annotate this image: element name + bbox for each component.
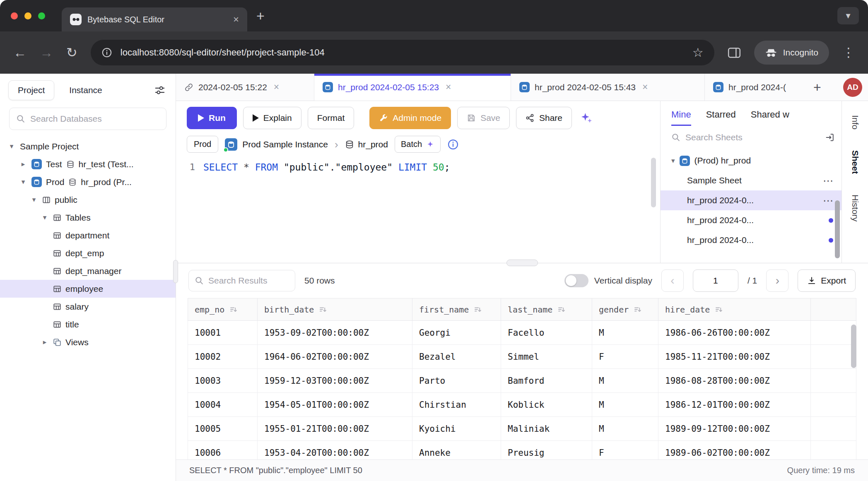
tab-instance[interactable]: Instance — [60, 81, 111, 100]
panel-resize-handle[interactable] — [506, 260, 538, 266]
browser-tab[interactable]: Bytebase SQL Editor × — [62, 7, 247, 31]
column-header-last-name[interactable]: last_name — [501, 298, 592, 321]
editor-tab-2-active[interactable]: hr_prod 2024-02-05 15:23 × — [314, 74, 511, 101]
chevron-right-icon[interactable]: ▸ — [19, 160, 27, 168]
cell[interactable]: Kyoichi — [412, 417, 501, 441]
cell[interactable]: 1986-12-01T00:00:00Z — [658, 393, 811, 417]
page-input[interactable] — [693, 269, 738, 292]
close-tab-icon[interactable]: × — [446, 82, 451, 92]
cell[interactable]: F — [592, 441, 658, 460]
table-scrollbar[interactable] — [851, 325, 856, 368]
cell[interactable]: Facello — [501, 321, 592, 345]
tree-item-env-prod[interactable]: ▾ Prod hr_prod (Pr... — [0, 173, 176, 191]
tree-item-schema-public[interactable]: ▾ public — [0, 191, 176, 209]
cell[interactable]: M — [592, 393, 658, 417]
column-header-gender[interactable]: gender — [592, 298, 658, 321]
new-tab-button[interactable]: + — [256, 9, 265, 23]
cell[interactable]: Bamford — [501, 369, 592, 393]
tab-search-chevron-icon[interactable]: ▾ — [837, 7, 859, 24]
cell[interactable]: F — [592, 345, 658, 369]
cell[interactable]: 1986-08-28T00:00:00Z — [658, 369, 811, 393]
new-sheet-tab-button[interactable]: + — [813, 81, 821, 94]
cell[interactable]: Preusig — [501, 441, 592, 460]
tab-starred[interactable]: Starred — [706, 109, 736, 126]
sheet-search[interactable] — [661, 126, 841, 146]
prev-page-button[interactable]: ‹ — [661, 269, 684, 292]
share-button[interactable]: Share — [516, 107, 572, 129]
sheet-list-scrollbar[interactable] — [835, 200, 840, 258]
tree-item-table-salary[interactable]: salary — [0, 298, 176, 315]
results-search[interactable] — [188, 270, 295, 291]
editor-scrollbar[interactable] — [651, 158, 656, 207]
reload-button[interactable]: ↻ — [66, 46, 77, 59]
batch-button[interactable]: Batch — [395, 136, 441, 153]
site-info-icon[interactable] — [101, 47, 112, 58]
tree-item-table-dept-manager[interactable]: dept_manager — [0, 262, 176, 280]
cell[interactable]: 1955-01-21T00:00:00Z — [258, 417, 412, 441]
cell[interactable]: 10004 — [188, 393, 258, 417]
cell[interactable]: 1953-09-02T00:00:00Z — [258, 321, 412, 345]
tree-item-views-group[interactable]: ▸ Views — [0, 333, 176, 351]
cell[interactable]: 1953-04-20T00:00:00Z — [258, 441, 412, 460]
chevron-down-icon[interactable]: ▾ — [7, 142, 16, 151]
sheet-group-row[interactable]: ▾ (Prod) hr_prod — [661, 151, 841, 171]
ai-sparkles-icon[interactable] — [578, 111, 595, 125]
back-button[interactable]: ← — [13, 46, 27, 59]
database-selector[interactable]: hr_prod — [345, 139, 388, 149]
cell[interactable]: Chirstian — [412, 393, 501, 417]
close-window-button[interactable] — [11, 12, 18, 19]
cell[interactable]: 10005 — [188, 417, 258, 441]
tab-mine[interactable]: Mine — [671, 109, 691, 126]
editor-tab-3[interactable]: hr_prod 2024-02-05 15:43 × — [511, 74, 705, 101]
sheet-actions-icon[interactable]: ⋯ — [823, 195, 833, 206]
tree-item-tables-group[interactable]: ▾ Tables — [0, 209, 176, 226]
filter-sliders-icon[interactable] — [154, 84, 166, 96]
column-header-hire-date[interactable]: hire_date — [658, 298, 811, 321]
bookmark-star-icon[interactable]: ☆ — [692, 46, 704, 59]
admin-mode-button[interactable]: Admin mode — [369, 107, 451, 129]
editor-tab-4[interactable]: hr_prod 2024-( — [705, 74, 808, 101]
cell[interactable]: 1985-11-21T00:00:00Z — [658, 345, 811, 369]
chevron-down-icon[interactable]: ▾ — [19, 178, 27, 186]
save-button[interactable]: Save — [457, 107, 510, 129]
chevron-down-icon[interactable]: ▾ — [30, 195, 38, 204]
column-header-emp-no[interactable]: emp_no — [188, 298, 258, 321]
connection-info-icon[interactable] — [447, 139, 459, 150]
maximize-window-button[interactable] — [38, 12, 45, 19]
tab-info[interactable]: Info — [850, 115, 860, 130]
cell[interactable]: Maliniak — [501, 417, 592, 441]
export-button[interactable]: Export — [798, 269, 856, 292]
cell[interactable]: Anneke — [412, 441, 501, 460]
sheet-item[interactable]: hr_prod 2024-0... — [661, 230, 841, 250]
cell[interactable]: M — [592, 321, 658, 345]
sidebar-resize-handle[interactable] — [173, 260, 178, 283]
tree-item-table-department[interactable]: department — [0, 226, 176, 244]
forward-button[interactable]: → — [40, 46, 53, 59]
import-sheet-icon[interactable] — [825, 132, 835, 142]
sheet-item[interactable]: Sample Sheet ⋯ — [661, 171, 841, 190]
cell[interactable]: 1989-06-02T00:00:00Z — [658, 441, 811, 460]
column-header-birth-date[interactable]: birth_date — [258, 298, 412, 321]
close-tab-icon[interactable]: × — [642, 82, 648, 92]
cell[interactable]: 1989-09-12T00:00:00Z — [658, 417, 811, 441]
close-tab-icon[interactable]: × — [274, 82, 279, 92]
tab-sheet[interactable]: Sheet — [850, 150, 860, 174]
cell[interactable]: 1959-12-03T00:00:00Z — [258, 369, 412, 393]
user-avatar[interactable]: AD — [843, 78, 862, 97]
cell[interactable]: 10006 — [188, 441, 258, 460]
minimize-window-button[interactable] — [24, 12, 31, 19]
cell[interactable]: 1964-06-02T00:00:00Z — [258, 345, 412, 369]
cell[interactable]: Georgi — [412, 321, 501, 345]
cell[interactable]: Simmel — [501, 345, 592, 369]
explain-button[interactable]: Explain — [243, 107, 301, 129]
format-button[interactable]: Format — [308, 107, 354, 129]
chevron-down-icon[interactable]: ▾ — [41, 213, 49, 222]
results-search-input[interactable] — [208, 276, 289, 286]
next-page-button[interactable]: › — [766, 269, 788, 292]
tree-item-table-employee[interactable]: employee — [0, 280, 176, 298]
instance-selector[interactable]: Prod Sample Instance — [225, 138, 328, 151]
url-bar[interactable]: localhost:8080/sql-editor/sheet/project-… — [91, 40, 714, 65]
tab-project[interactable]: Project — [8, 80, 54, 100]
cell[interactable]: 1954-05-01T00:00:00Z — [258, 393, 412, 417]
tree-item-env-test[interactable]: ▸ Test hr_test (Test... — [0, 155, 176, 173]
